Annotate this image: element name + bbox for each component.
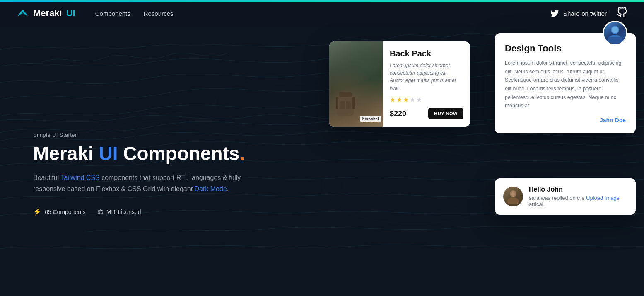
badge-components-label: 65 Components [45, 209, 86, 215]
notification-content: Hello John sara was replied on the Uploa… [529, 186, 627, 207]
hero-content: Simple UI Starter Meraki UI Components. … [33, 132, 265, 216]
product-image: herschel [329, 41, 383, 127]
badge-license: ⚖ MIT Licensed [97, 208, 141, 216]
svg-point-17 [507, 197, 519, 204]
dark-mode-link[interactable]: Dark Mode [195, 185, 227, 192]
svg-rect-11 [336, 97, 338, 109]
hero-title-ui: UI [99, 143, 118, 164]
bolt-icon: ⚡ [33, 208, 41, 216]
nav-components[interactable]: Components [95, 10, 130, 17]
star-2: ★ [396, 96, 402, 104]
svg-point-15 [612, 27, 618, 33]
notification-text: sara was replied on the Upload Image art… [529, 195, 627, 207]
twitter-share-link[interactable]: Share on twitter [550, 9, 607, 18]
product-brand-label: herschel [360, 116, 382, 122]
product-price: $220 [390, 109, 406, 118]
star-4: ★ [410, 96, 415, 104]
star-5: ★ [416, 96, 422, 104]
hero-title-components: Components [123, 143, 239, 164]
notification-text-prefix: sara was replied on the [529, 195, 584, 201]
notification-avatar-inner [503, 187, 523, 206]
header: Meraki UI Components Resources Share on … [0, 0, 644, 27]
product-description: Lorem ipsum dolor sit amet, consectetur … [390, 62, 463, 92]
badge-components: ⚡ 65 Components [33, 208, 86, 216]
design-card: Design Tools Lorem ipsum dolor sit amet,… [495, 33, 636, 133]
hero-description: Beautiful Tailwind CSS components that s… [33, 172, 265, 194]
design-card-text: Lorem ipsum dolor sit amet, consectetur … [505, 59, 626, 110]
buy-now-button[interactable]: BUY NOW [428, 108, 463, 119]
notification-avatar [503, 187, 523, 206]
twitter-icon [550, 9, 559, 18]
star-1: ★ [390, 96, 396, 104]
backpack-illustration [331, 89, 360, 122]
logo-meraki: Meraki [33, 8, 62, 19]
design-card-avatar [603, 21, 627, 46]
github-link[interactable] [617, 7, 627, 19]
notification-upload-link[interactable]: Upload Image [586, 195, 620, 201]
logo-icon [17, 7, 29, 19]
product-title: Back Pack [390, 49, 463, 58]
notification-card: Hello John sara was replied on the Uploa… [495, 178, 636, 215]
design-card-author: Jahn Doe [505, 117, 626, 124]
star-3: ★ [403, 96, 409, 104]
hero-badges: ⚡ 65 Components ⚖ MIT Licensed [33, 208, 265, 216]
product-footer: $220 BUY NOW [390, 108, 463, 119]
avatar-illustration [607, 24, 623, 43]
github-icon [617, 7, 627, 18]
top-progress-bar [0, 0, 644, 2]
product-info: Back Pack Lorem ipsum dolor sit amet, co… [383, 41, 470, 127]
nav-resources[interactable]: Resources [144, 10, 174, 17]
product-image-inner: herschel [329, 41, 383, 127]
nav: Components Resources [95, 10, 174, 17]
svg-rect-8 [339, 92, 352, 97]
design-card-avatar-inner [604, 22, 626, 44]
svg-rect-12 [352, 97, 355, 109]
tailwind-link[interactable]: Tailwind CSS [60, 174, 99, 181]
badge-license-label: MIT Licensed [106, 209, 141, 215]
twitter-share-label: Share on twitter [563, 10, 607, 17]
hero-tag: Simple UI Starter [33, 132, 265, 138]
notification-text-suffix: artical. [529, 201, 545, 207]
product-stars: ★ ★ ★ ★ ★ [390, 96, 463, 104]
hero-title: Meraki UI Components. [33, 143, 265, 164]
header-left: Meraki UI Components Resources [17, 7, 173, 19]
scales-icon: ⚖ [97, 208, 103, 216]
hero-title-meraki: Meraki [33, 143, 94, 164]
notification-title: Hello John [529, 186, 627, 193]
logo-ui: UI [66, 8, 75, 19]
logo[interactable]: Meraki UI [17, 7, 75, 19]
notification-avatar-illustration [507, 189, 520, 204]
product-card: herschel Back Pack Lorem ipsum dolor sit… [329, 41, 470, 127]
header-right: Share on twitter [550, 7, 627, 19]
hero-title-dot: . [239, 143, 245, 164]
design-card-title: Design Tools [505, 43, 626, 54]
